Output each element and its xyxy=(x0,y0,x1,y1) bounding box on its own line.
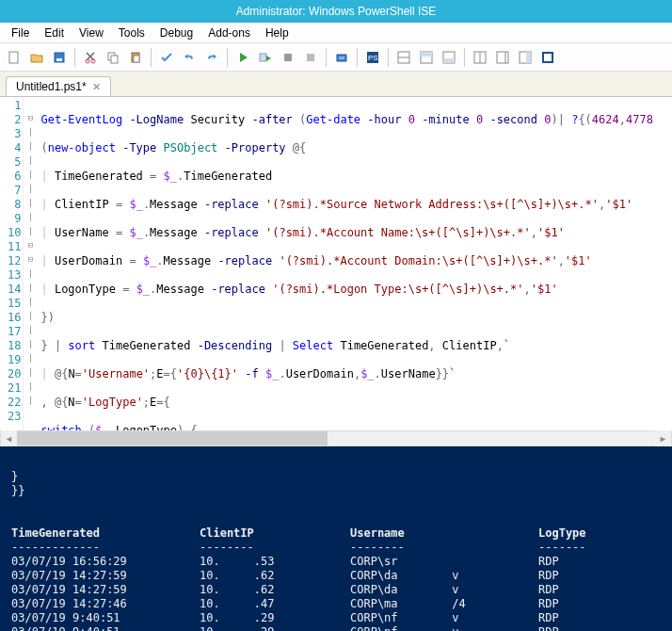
svg-rect-9 xyxy=(260,54,266,61)
paste-button[interactable] xyxy=(125,47,146,68)
clear-button[interactable] xyxy=(156,47,177,68)
cut-button[interactable] xyxy=(80,47,101,68)
menu-help[interactable]: Help xyxy=(258,24,296,41)
console-pane[interactable]: } }} TimeGeneratedClientIPUsernameLogTyp… xyxy=(0,446,672,631)
ps-button[interactable]: PS xyxy=(362,47,383,68)
toolbar: PS xyxy=(0,43,672,72)
window-titlebar: Administrator: Windows PowerShell ISE xyxy=(0,0,672,23)
scroll-right-icon[interactable]: ► xyxy=(655,430,671,446)
run-button[interactable] xyxy=(232,47,253,68)
layout1-button[interactable] xyxy=(393,47,414,68)
menu-edit[interactable]: Edit xyxy=(37,24,72,41)
tab-strip: Untitled1.ps1* ✕ xyxy=(0,72,672,96)
editor-hscrollbar[interactable]: ◄ ► xyxy=(0,430,672,446)
new-remote-button[interactable] xyxy=(331,47,352,68)
code-area[interactable]: Get-EventLog -LogName Security -after (G… xyxy=(37,97,672,430)
table-row: 03/07/19 14:27:4610. .47CORP\ma /4RDP xyxy=(11,597,559,610)
run-selection-button[interactable] xyxy=(255,47,276,68)
stop-button[interactable] xyxy=(278,47,298,68)
menu-tools[interactable]: Tools xyxy=(111,24,152,41)
table-row: 03/07/19 16:56:2910. .53CORP\srRDP xyxy=(11,555,559,568)
menu-addons[interactable]: Add-ons xyxy=(200,24,258,41)
svg-rect-2 xyxy=(56,58,62,61)
layout3-button[interactable] xyxy=(439,47,459,68)
menubar: File Edit View Tools Debug Add-ons Help xyxy=(0,23,672,43)
close-tab-icon[interactable]: ✕ xyxy=(92,81,101,93)
svg-rect-21 xyxy=(443,58,455,63)
svg-rect-11 xyxy=(307,54,314,61)
new-button[interactable] xyxy=(4,47,24,68)
col-timegenerated: TimeGeneratedClientIPUsernameLogType xyxy=(11,526,586,540)
show-script-button[interactable] xyxy=(470,47,490,68)
window-title: Administrator: Windows PowerShell ISE xyxy=(236,5,437,18)
svg-rect-8 xyxy=(134,56,139,62)
table-row: 03/07/19 14:27:5910. .62CORP\da vRDP xyxy=(11,569,559,582)
show-cmd-button[interactable] xyxy=(492,47,513,68)
svg-text:PS: PS xyxy=(368,54,378,62)
layout2-button[interactable] xyxy=(416,47,437,68)
tab-label: Untitled1.ps1* xyxy=(16,80,87,93)
svg-rect-24 xyxy=(497,52,508,63)
svg-rect-0 xyxy=(9,52,18,63)
col-sep: ------------------------------------ xyxy=(11,541,586,554)
cmd-pane-button[interactable] xyxy=(537,47,558,68)
save-button[interactable] xyxy=(49,47,70,68)
copy-button[interactable] xyxy=(103,47,123,68)
menu-view[interactable]: View xyxy=(72,24,111,41)
table-row: 03/07/19 9:40:5110. .29CORP\nf vRDP xyxy=(11,611,559,624)
scroll-thumb[interactable] xyxy=(17,431,328,445)
script-tab[interactable]: Untitled1.ps1* ✕ xyxy=(6,76,111,96)
fold-gutter: ⊟|||||||| ⊟⊟|||||||| || xyxy=(24,97,37,430)
table-row: 03/07/19 9:40:5110. .29CORP\nf vRDP xyxy=(11,625,559,631)
svg-rect-6 xyxy=(111,56,118,63)
svg-rect-27 xyxy=(526,52,531,63)
show-addon-button[interactable] xyxy=(515,47,536,68)
stop-debug-button[interactable] xyxy=(300,47,321,68)
svg-rect-13 xyxy=(339,57,344,59)
script-editor[interactable]: 12345678910 11121314151617181920 212223 … xyxy=(0,96,672,430)
table-row: 03/07/19 14:27:5910. .62CORP\da vRDP xyxy=(11,583,559,596)
svg-rect-19 xyxy=(421,52,432,57)
open-button[interactable] xyxy=(26,47,47,68)
scroll-left-icon[interactable]: ◄ xyxy=(1,430,17,446)
svg-rect-29 xyxy=(544,54,552,61)
console-pretext: } }} xyxy=(11,470,24,497)
redo-button[interactable] xyxy=(201,47,222,68)
menu-file[interactable]: File xyxy=(4,24,37,41)
undo-button[interactable] xyxy=(179,47,200,68)
line-gutter: 12345678910 11121314151617181920 212223 xyxy=(0,97,24,430)
svg-rect-10 xyxy=(284,54,292,61)
menu-debug[interactable]: Debug xyxy=(152,24,200,41)
